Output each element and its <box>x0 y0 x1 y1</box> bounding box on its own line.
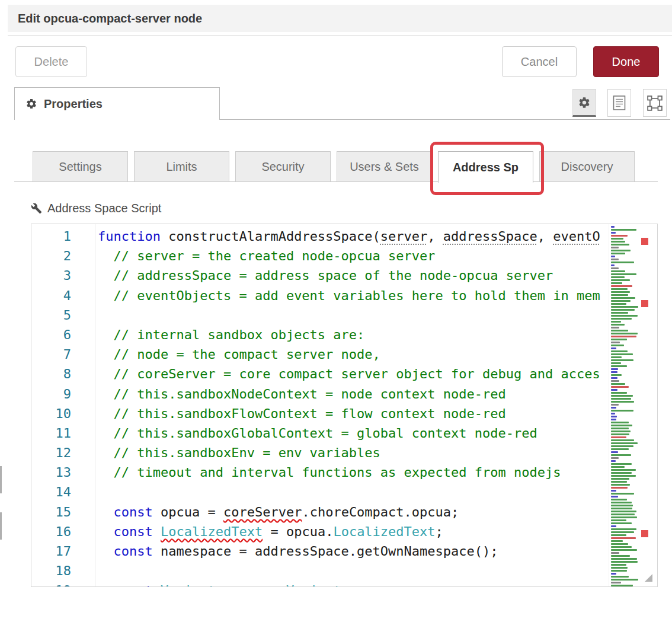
minimap-line <box>611 534 626 536</box>
line-number: 10 <box>31 404 71 423</box>
minimap-line <box>611 564 626 566</box>
tab-users-sets[interactable]: Users & Sets <box>337 151 432 182</box>
line-number: 16 <box>31 522 71 541</box>
minimap-line <box>611 377 617 379</box>
minimap-line <box>611 327 619 329</box>
minimap-line <box>611 336 636 337</box>
code-line[interactable]: // this.sandboxEnv = env variables <box>98 443 657 463</box>
properties-divider <box>220 119 670 120</box>
code-line[interactable]: const Variant = opcua.Variant; <box>98 581 657 586</box>
minimap-line <box>611 431 631 432</box>
minimap-line <box>611 318 632 320</box>
tab-security[interactable]: Security <box>235 151 331 182</box>
code-line[interactable]: // this.sandboxFlowContext = flow contex… <box>98 404 657 423</box>
minimap-line <box>611 247 619 248</box>
delete-button[interactable]: Delete <box>15 46 87 77</box>
code-line[interactable]: const opcua = coreServer.choreCompact.op… <box>98 502 657 522</box>
code-line[interactable]: // timeout and interval functions as exp… <box>98 463 657 482</box>
code-line[interactable]: // eventObjects = add event variables he… <box>98 286 657 305</box>
minimap-line <box>611 398 631 400</box>
minimap-line <box>611 475 636 477</box>
minimap-line <box>611 345 624 346</box>
minimap-line <box>611 371 617 373</box>
code-line[interactable]: const namespace = addressSpace.getOwnNam… <box>98 541 657 561</box>
tab-discovery[interactable]: Discovery <box>539 151 635 182</box>
description-button[interactable] <box>607 89 631 117</box>
appearance-button[interactable] <box>643 89 667 117</box>
tab-settings[interactable]: Settings <box>33 151 128 182</box>
minimap-line <box>611 365 627 367</box>
minimap-line <box>611 416 617 417</box>
code-line[interactable]: // node = the compact server node, <box>98 345 657 364</box>
code-line[interactable]: // coreServer = core compact server obje… <box>98 364 657 384</box>
code-line[interactable]: // this.sandboxGlobalContext = global co… <box>98 423 657 443</box>
minimap-line <box>611 250 631 251</box>
line-number: 11 <box>31 423 71 443</box>
line-number: 4 <box>31 286 71 305</box>
minimap-line <box>611 445 633 447</box>
minimap-line <box>611 309 635 311</box>
minimap-line <box>611 567 628 569</box>
minimap-line <box>611 508 632 509</box>
overview-ruler[interactable] <box>639 224 657 586</box>
minimap-line <box>611 522 632 524</box>
minimap-line <box>611 315 638 317</box>
minimap-line <box>611 582 621 583</box>
tab-label: Limits <box>166 160 197 174</box>
tab-bar: SettingsLimitsSecurityUsers & SetsAddres… <box>14 151 658 182</box>
minimap-line <box>611 413 615 414</box>
editor-code[interactable]: function constructAlarmAddressSpace(serv… <box>95 224 657 586</box>
code-line[interactable]: // internal sandbox objects are: <box>98 325 657 345</box>
minimap-line <box>611 558 637 560</box>
code-line[interactable]: const LocalizedText = opcua.LocalizedTex… <box>98 522 657 541</box>
line-number: 9 <box>31 384 71 404</box>
minimap-line <box>611 552 619 554</box>
tab-label: Discovery <box>561 160 613 174</box>
minimap-line <box>611 537 636 539</box>
minimap[interactable] <box>609 224 639 586</box>
line-number: 14 <box>31 482 71 502</box>
minimap-line <box>611 226 615 228</box>
code-line[interactable] <box>98 482 657 502</box>
minimap-line <box>611 244 629 245</box>
code-line[interactable]: function constructAlarmAddressSpace(serv… <box>98 227 657 246</box>
minimap-line <box>611 273 636 275</box>
code-line[interactable] <box>98 561 657 581</box>
line-number: 13 <box>31 463 71 482</box>
code-editor[interactable]: 12345678910111213141516171819 function c… <box>31 224 658 587</box>
code-line[interactable]: // addressSpace = address space of the n… <box>98 266 657 285</box>
minimap-line <box>611 232 616 234</box>
properties-tab[interactable]: Properties <box>14 87 220 120</box>
minimap-content <box>609 226 639 586</box>
tab-label: Address Sp <box>453 161 519 174</box>
minimap-line <box>611 270 625 272</box>
minimap-line <box>611 451 618 453</box>
gear-icon <box>578 96 591 109</box>
code-line[interactable]: // this.sandboxNodeContext = node contex… <box>98 384 657 404</box>
minimap-line <box>611 235 628 237</box>
code-line[interactable]: // server = the created node-opcua serve… <box>98 246 657 266</box>
node-properties-button[interactable] <box>572 89 596 117</box>
minimap-line <box>611 288 628 290</box>
minimap-line <box>611 481 627 483</box>
code-line[interactable] <box>98 305 657 325</box>
tab-limits[interactable]: Limits <box>134 151 229 182</box>
minimap-line <box>611 525 616 527</box>
tab-label: Settings <box>59 160 101 174</box>
resize-grip[interactable] <box>645 574 652 582</box>
tab-address-sp[interactable]: Address Sp <box>438 151 533 183</box>
minimap-line <box>611 519 626 521</box>
minimap-line <box>611 262 634 263</box>
minimap-line <box>611 279 630 281</box>
scrollbar-artifact <box>0 466 2 493</box>
line-number: 2 <box>31 246 71 266</box>
properties-label: Properties <box>44 97 103 111</box>
minimap-line <box>611 241 625 243</box>
dialog-title: Edit opcua-compact-server node <box>18 12 202 25</box>
minimap-line <box>611 410 633 412</box>
minimap-line <box>611 356 622 358</box>
minimap-line <box>611 511 636 512</box>
cancel-button[interactable]: Cancel <box>502 46 577 77</box>
done-button[interactable]: Done <box>593 46 659 77</box>
line-number: 12 <box>31 443 71 463</box>
